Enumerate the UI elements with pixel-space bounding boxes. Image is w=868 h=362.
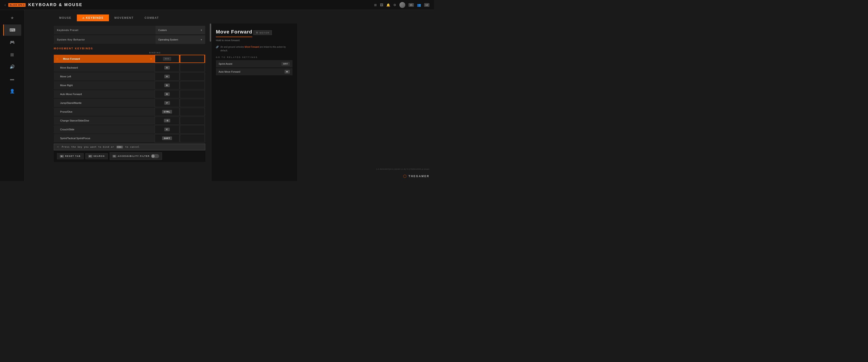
sidebar-item-audio[interactable]: 🔊 [3,61,21,73]
key-binding-left-1[interactable]: A [155,73,180,81]
system-key-value[interactable]: Operating System ▼ [156,35,205,44]
accessibility-label: ACCESSIBILITY FILTER [118,155,150,157]
key-binding-jump-1[interactable]: ↵ [155,99,180,107]
accessibility-button[interactable]: T ACCESSIBILITY FILTER [110,152,162,160]
sidebar-item-keyboard[interactable]: ⌨ [3,24,21,36]
back-button[interactable]: ‹ [4,3,6,7]
key-binding-sprint-1[interactable]: SHFT [155,134,180,142]
friends-icon[interactable]: 👥 [417,3,421,7]
keybind-jump[interactable]: Jump/Stand/Mantle ↵ [54,99,205,107]
system-key-text: Operating System [158,38,178,41]
keybind-change-stance-label: Change Stance/Slide/Dive [54,119,155,122]
sidebar-item-interface[interactable]: ▦ [3,49,21,60]
search-button[interactable]: F SEARCH [86,153,108,159]
system-key-label: System Key Behavior [54,38,156,41]
tab-navigation: MOUSE KEYBINDS MOVEMENT COMBAT [24,10,434,24]
warning-icon: ⚠ [56,57,59,60]
binding-header-label: BINDING [130,52,180,54]
watermark-brand: THEGAMER [408,175,430,178]
top-bar: ‹ BLACK OPS 6 KEYBOARD & MOUSE ⊞ 🖼 🔔 ⚙ 1… [0,0,434,10]
related-setting-auto-move[interactable]: Auto Move Forward H [216,68,292,75]
game-logo: BLACK OPS 6 [8,3,26,7]
main-content: MOUSE KEYBINDS MOVEMENT COMBAT Keybinds … [24,10,434,181]
bell-icon[interactable]: 🔔 [386,3,390,7]
keybinds-preset-value[interactable]: Custom ▼ [156,26,205,34]
gear-icon[interactable]: ⚙ [393,3,396,7]
key-binding-prone-1[interactable]: CTRL [155,108,180,116]
motor-gear-icon: ⚙ [256,31,258,34]
key-binding-jump-2[interactable] [180,99,205,107]
key-binding-backward-2[interactable] [180,63,205,72]
key-binding-sprint-2[interactable] [180,134,205,142]
keybind-move-right[interactable]: Move Right D [54,81,205,89]
key-chip-s: S [164,66,169,69]
tab-movement[interactable]: MOVEMENT [109,15,139,21]
related-setting-sprint-assist[interactable]: Sprint Assist OFF [216,60,292,67]
key-binding-prone-2[interactable] [180,108,205,116]
key-binding-1-active[interactable]: ??? [155,55,180,63]
note-text: Air and ground vehicles [220,46,244,48]
keybind-move-left-label: Move Left [54,75,155,78]
key-binding-auto-1[interactable]: H [155,90,180,98]
key-chip-shift-s: ↑S [164,119,170,122]
scroll-indicator[interactable] [210,24,211,181]
keybind-move-forward[interactable]: ⚠ Move Forward ★ ??? [54,55,205,63]
tab-combat[interactable]: COMBAT [139,15,164,21]
tab-mouse[interactable]: MOUSE [54,15,77,21]
keybinds-preset-arrow: ▼ [200,29,203,31]
sidebar-item-account[interactable]: 👤 [3,85,21,97]
key-binding-auto-2[interactable] [180,90,205,98]
auto-move-label: Auto Move Forward [219,71,240,73]
reset-tab-button[interactable]: S RESET TAB [57,153,84,159]
scroll-thumb [210,24,211,41]
accessibility-toggle[interactable] [151,154,159,158]
system-key-row[interactable]: System Key Behavior Operating System ▼ [54,35,205,44]
keybind-move-left[interactable]: Move Left A [54,73,205,81]
key-binding-right-2[interactable] [180,81,205,89]
key-chip-enter: ↵ [164,101,170,105]
keybind-crouch[interactable]: Crouch/Slide C [54,126,205,134]
key-binding-crouch-1[interactable]: C [155,126,180,134]
tab-keybinds[interactable]: KEYBINDS [77,15,109,21]
keybind-jump-label: Jump/Stand/Mantle [54,102,155,104]
key-binding-backward-1[interactable]: S [155,63,180,72]
key-prompt-text: Press the key you want to bind or [62,146,114,148]
sidebar-item-controller[interactable]: 🎮 [3,37,21,48]
watermark: ⬡ THEGAMER [403,174,430,179]
keybinds-preset-text: Custom [158,29,167,31]
star-icon: ★ [150,57,152,60]
image-icon[interactable]: 🖼 [380,3,383,7]
system-key-arrow: ▼ [200,38,203,41]
note-link[interactable]: Move Forward [245,46,259,48]
reset-key: S [60,155,64,158]
right-panel-note: 🔗 Air and ground vehicles Move Forward a… [216,45,292,53]
right-panel-title: Move Forward [216,29,252,37]
keybind-move-backward[interactable]: Move Backward S [54,63,205,72]
keybinds-preset-row[interactable]: Keybinds Preset Custom ▼ [54,26,205,34]
key-binding-stance-1[interactable]: ↑S [155,116,180,125]
key-binding-2-active[interactable] [180,55,205,63]
keybind-move-right-label: Move Right [54,84,155,87]
auto-move-value: H [285,70,290,74]
keybind-prone[interactable]: Prone/Dive CTRL [54,108,205,116]
key-binding-crouch-2[interactable] [180,126,205,134]
keybind-auto-move-forward[interactable]: Auto Move Forward H [54,90,205,98]
sidebar-item-video[interactable]: ▬ [3,73,21,85]
link-icon: 🔗 [216,45,219,49]
level-badge: 15 [408,3,414,7]
sidebar-item-favorites[interactable]: ★ [3,12,21,24]
movement-keybinds-title: MOVEMENT KEYBINDS [54,47,205,50]
grid-icon[interactable]: ⊞ [374,3,377,7]
keybind-change-stance[interactable]: Change Stance/Slide/Dive ↑S [54,116,205,125]
key-binding-stance-2[interactable] [180,116,205,125]
keybind-sprint[interactable]: Sprint/Tactical Sprint/Focus SHFT [54,134,205,142]
keybind-crouch-label: Crouch/Slide [54,128,155,131]
key-chip-a: A [164,75,170,78]
key-binding-left-2[interactable] [180,73,205,81]
keybind-prone-label: Prone/Dive [54,110,155,113]
key-prompt: ⌨ Press the key you want to bind or ESC … [54,144,205,150]
reset-tab-label: RESET TAB [65,155,81,157]
key-binding-right-1[interactable]: D [155,81,180,89]
sprint-assist-value: OFF [281,62,290,65]
key-chip-h: H [164,92,170,96]
